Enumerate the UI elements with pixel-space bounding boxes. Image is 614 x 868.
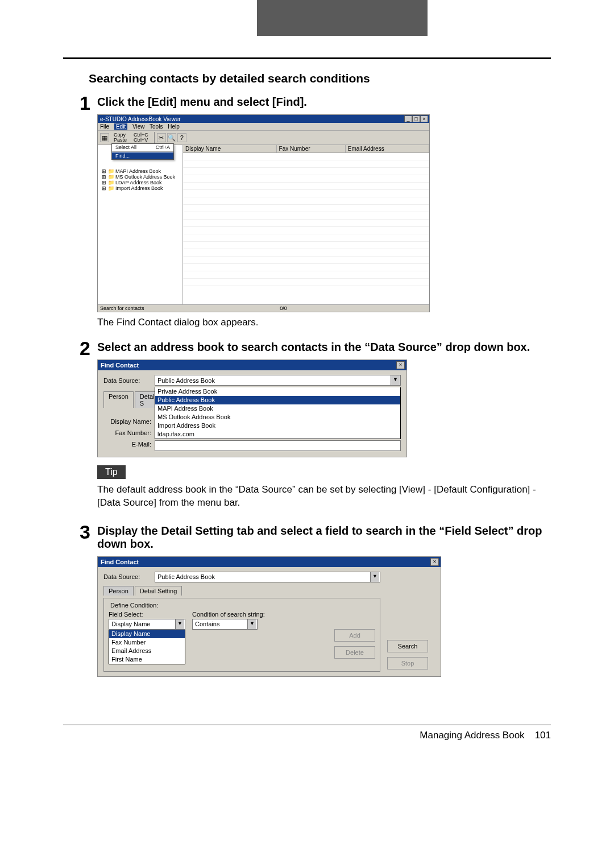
field-option-firstname[interactable]: First Name	[109, 655, 185, 664]
step-number-1: 1	[63, 93, 97, 336]
search-button[interactable]: Search	[387, 640, 428, 652]
find-contact-dialog-detail: Find Contact × Data Source: Public Addre…	[97, 556, 441, 677]
field-select-dropdown: Display Name Fax Number Email Address Fi…	[109, 630, 185, 664]
footer-title: Managing Address Book	[420, 730, 524, 741]
tip-label: Tip	[97, 465, 126, 479]
stop-button[interactable]: Stop	[387, 657, 428, 669]
menubar: File Edit View Tools Help	[98, 123, 429, 131]
document-header-band	[0, 0, 614, 36]
option-private[interactable]: Private Address Book	[155, 387, 400, 396]
field-select-label: Field Select:	[109, 611, 185, 618]
data-source-label: Data Source:	[103, 573, 155, 580]
edit-dropdown-menu: Select All Ctrl+A Find...	[111, 143, 174, 160]
chevron-down-icon[interactable]: ▼	[247, 619, 256, 629]
maximize-icon[interactable]: □	[412, 115, 420, 122]
tab-detail[interactable]: Detail Setting	[135, 586, 182, 596]
email-label: E-Mail:	[103, 441, 151, 452]
option-mapi[interactable]: MAPI Address Book	[155, 404, 400, 413]
menu-edit[interactable]: Edit	[114, 123, 127, 130]
option-import[interactable]: Import Address Book	[155, 421, 400, 430]
tab-person[interactable]: Person	[103, 391, 134, 408]
step-number-2: 2	[63, 338, 97, 520]
close-icon[interactable]: ×	[396, 361, 405, 369]
step-number-3: 3	[63, 522, 97, 685]
find-icon[interactable]: 🔍	[167, 133, 176, 142]
window-titlebar: e-STUDIO AddressBook Viewer _□×	[98, 115, 429, 123]
list-panel: Display Name Fax Number Email Address	[183, 145, 429, 304]
data-source-select[interactable]: Public Address Book ▼	[155, 375, 401, 386]
chevron-down-icon[interactable]: ▼	[370, 572, 379, 582]
condition-label: Condition of search string:	[192, 611, 265, 618]
option-outlook[interactable]: MS Outlook Address Book	[155, 413, 400, 421]
field-option-email[interactable]: Email Address	[109, 647, 185, 655]
data-source-select[interactable]: Public Address Book ▼	[155, 572, 380, 582]
menu-item-find[interactable]: Find...	[112, 152, 173, 159]
menu-file[interactable]: File	[100, 123, 109, 130]
minimize-icon[interactable]: _	[404, 115, 412, 122]
col-fax-number[interactable]: Fax Number	[277, 145, 346, 152]
display-name-label: Display Name:	[103, 418, 151, 429]
toolbar-paste-label: Paste	[114, 138, 127, 143]
bottom-rule	[63, 725, 551, 725]
dialog-title: Find Contact	[101, 559, 139, 565]
status-right: 0/0	[280, 305, 287, 311]
tree-item-ldap[interactable]: ⊞ 📁 LDAP Address Book	[98, 180, 182, 185]
top-rule	[63, 57, 551, 59]
step3-heading: Display the Detail Setting tab and selec…	[97, 524, 551, 551]
status-bar: Search for contacts 0/0	[98, 304, 429, 312]
footer-page-number: 101	[535, 730, 551, 741]
email-input[interactable]	[155, 440, 401, 451]
tree-item-import[interactable]: ⊞ 📁 Import Address Book	[98, 185, 182, 191]
condition-select[interactable]: Contains ▼	[192, 619, 258, 630]
tip-text: The default address book in the “Data So…	[97, 483, 551, 510]
col-email-address[interactable]: Email Address	[346, 145, 429, 152]
menu-help[interactable]: Help	[168, 123, 180, 130]
chevron-down-icon[interactable]: ▼	[391, 375, 400, 385]
field-option-fax[interactable]: Fax Number	[109, 638, 185, 647]
list-rows	[183, 153, 429, 295]
toolbar-shortcut-paste: Ctrl+V	[134, 138, 148, 143]
field-select[interactable]: Display Name ▼	[109, 619, 185, 630]
header-dark-block	[257, 0, 428, 36]
delete-button[interactable]: Delete	[334, 646, 375, 659]
data-source-dropdown: Private Address Book Public Address Book…	[155, 387, 401, 439]
tree-item-outlook[interactable]: ⊞ 📁 MS Outlook Address Book	[98, 174, 182, 180]
menu-view[interactable]: View	[132, 123, 145, 130]
cut-icon[interactable]: ✂	[157, 133, 166, 142]
fax-number-label: Fax Number:	[103, 429, 151, 441]
option-ldap[interactable]: ldap.ifax.com	[155, 430, 400, 439]
tree-panel: Select All Ctrl+A Find... ⊞ 📁 MAPI Addre…	[98, 145, 183, 304]
help-icon[interactable]: ?	[177, 133, 186, 142]
col-display-name[interactable]: Display Name	[183, 145, 277, 152]
section-heading: Searching contacts by detailed search co…	[89, 72, 551, 85]
chevron-down-icon[interactable]: ▼	[175, 619, 184, 629]
menu-item-select-all[interactable]: Select All Ctrl+A	[112, 144, 173, 151]
dialog-title: Find Contact	[101, 362, 139, 369]
add-button[interactable]: Add	[334, 629, 375, 642]
window-controls: _□×	[404, 115, 428, 122]
tab-person[interactable]: Person	[103, 586, 134, 596]
data-source-label: Data Source:	[103, 377, 155, 384]
field-option-display[interactable]: Display Name	[109, 630, 185, 638]
close-icon[interactable]: ×	[420, 115, 428, 122]
step1-caption: The Find Contact dialog box appears.	[97, 317, 551, 328]
addressbook-viewer-window: e-STUDIO AddressBook Viewer _□× File Edi…	[97, 114, 430, 312]
find-contact-dialog-ds: Find Contact × Data Source: Public Addre…	[97, 359, 407, 457]
define-condition-fieldset: Define Condition: Field Select: Display …	[103, 598, 380, 672]
step2-heading: Select an address book to search contact…	[97, 341, 551, 354]
tree-item-mapi[interactable]: ⊞ 📁 MAPI Address Book	[98, 168, 182, 174]
close-icon[interactable]: ×	[430, 558, 439, 566]
window-title: e-STUDIO AddressBook Viewer	[100, 116, 181, 122]
toolbar-addressbook-icon[interactable]: ▦	[100, 133, 109, 142]
option-public[interactable]: Public Address Book	[155, 396, 400, 404]
menu-tools[interactable]: Tools	[150, 123, 163, 130]
status-left: Search for contacts	[100, 305, 280, 311]
step1-heading: Click the [Edit] menu and select [Find].	[97, 96, 551, 109]
